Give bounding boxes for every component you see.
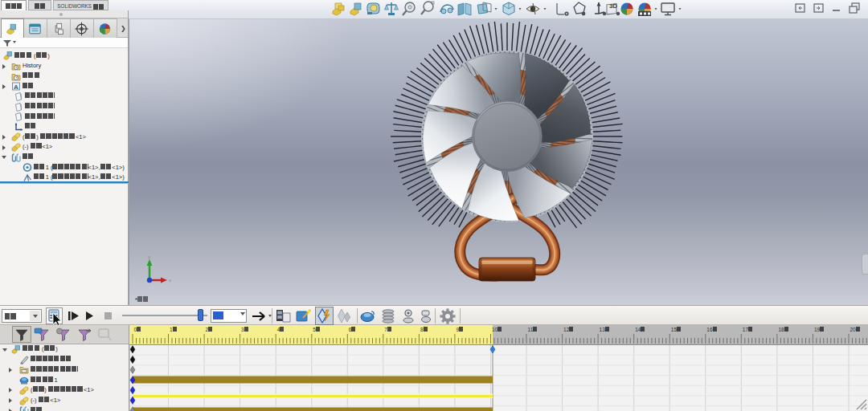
svg-text:A: A xyxy=(14,83,18,91)
svg-text:x: x xyxy=(169,278,171,283)
svg-text:y: y xyxy=(148,256,150,259)
svg-text:3D: 3D xyxy=(609,2,617,10)
